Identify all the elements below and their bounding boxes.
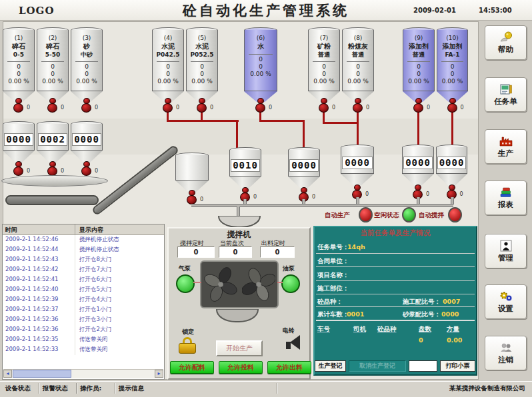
valve-value: 0 — [27, 105, 30, 111]
sidebar-button-logout[interactable]: 注销 — [485, 336, 527, 370]
air-pump-indicator — [176, 274, 195, 293]
users-icon — [498, 341, 514, 354]
powder-scale: 0000 0 — [341, 147, 374, 186]
silo-9: (9)添加剂普通000.00 % 0 — [403, 30, 435, 102]
silo-6-water: (6)水000.00 % 0 — [244, 30, 277, 102]
sidebar-button-label: 注销 — [498, 355, 513, 365]
mix-ratio-value: 0007 — [443, 298, 460, 305]
aggregate-scale-1: 0000 0 — [3, 124, 35, 163]
permit-button[interactable]: 允许出料 — [267, 361, 311, 374]
sidebar-button-reports[interactable]: 报表 — [485, 181, 527, 215]
task-table-header: 车号司机砼品种盘数方量 — [317, 325, 473, 334]
sidebar-button-label: 生产 — [498, 149, 513, 159]
log-time: 2009-2-1 14:52:43 — [3, 255, 75, 265]
sidebar-button-tasklist[interactable]: 任务单 — [485, 77, 527, 112]
oil-pump-indicator — [281, 274, 300, 293]
silo-number: (1) — [15, 35, 23, 42]
log-row[interactable]: 2009-2-1 14:52:35传送带关闭 — [3, 335, 164, 345]
log-row[interactable]: 2009-2-1 14:52:36打开仓3小门 — [3, 315, 164, 325]
permit-button[interactable]: 允许配料 — [170, 361, 214, 374]
valve-indicator — [255, 103, 265, 113]
mix-timer-value: 0 — [177, 246, 215, 258]
mix-ratio-label: 施工配比号： — [403, 298, 441, 306]
idle-status-lamp — [402, 207, 416, 222]
field-underline — [316, 280, 475, 281]
log-col-content: 显示内容 — [75, 224, 164, 234]
log-message: 传送带关闭 — [75, 345, 164, 355]
log-row[interactable]: 2009-2-1 14:52:43打开仓8大门 — [3, 255, 164, 265]
operator-label: 操作员: — [80, 384, 101, 393]
mixer-blade-icon — [242, 266, 275, 303]
log-message: 打开仓7大门 — [75, 265, 164, 275]
print-ticket-button[interactable]: 打印小票 — [440, 360, 475, 372]
log-message: 打开仓5大门 — [75, 285, 164, 295]
weight-display: 0000 — [342, 157, 373, 169]
sidebar-button-help[interactable]: 帮助 — [485, 25, 527, 60]
lamp-label: 自动生产 — [325, 211, 350, 220]
sidebar-button-settings[interactable]: 设置 — [485, 284, 527, 319]
log-row[interactable]: 2009-2-1 14:52:36打开仓2大门 — [3, 325, 164, 335]
log-scrollbar[interactable]: ◂ ▸ — [3, 369, 163, 378]
log-time: 2009-2-1 14:52:35 — [3, 335, 75, 345]
valve-indicator — [353, 103, 363, 113]
log-row[interactable]: 2009-2-1 14:52:40打开仓5大门 — [3, 285, 164, 295]
start-production-button[interactable]: 开始生产 — [216, 340, 263, 356]
silo-value: 0 — [17, 71, 21, 78]
sidebar-button-label: 帮助 — [498, 45, 513, 55]
valve-indicator — [187, 195, 197, 204]
log-message: 打开仓1小门 — [75, 305, 164, 315]
log-message: 打开仓8大门 — [75, 255, 164, 265]
permit-button[interactable]: 允许投料 — [219, 361, 263, 374]
pump-link — [277, 282, 283, 283]
alarm-status-label: 报警状态 — [43, 384, 68, 393]
page-title: 砼自动化生产管理系统 — [183, 1, 349, 20]
tasklist-icon — [498, 83, 514, 96]
valve-indicator — [197, 103, 207, 113]
silo-10: (10)添加剂FA-1000.00 % 0 — [437, 30, 468, 102]
log-time: 2009-2-1 14:52:36 — [3, 315, 75, 325]
pipe-segment — [167, 120, 239, 122]
log-time: 2009-2-1 14:52:44 — [3, 245, 75, 255]
scroll-right-icon[interactable]: ▸ — [155, 370, 163, 378]
statusbar-divider — [76, 383, 77, 394]
cancel-register-button[interactable]: 取消生产登记 — [349, 360, 406, 372]
transfer-hopper: 0 — [175, 155, 209, 193]
sidebar-button-management[interactable]: 管理 — [485, 234, 527, 268]
weight-display: 0000 — [72, 133, 101, 146]
aggregate-scale-2: 0002 0 — [37, 124, 69, 163]
speaker-icon — [290, 335, 300, 350]
padlock-icon[interactable] — [177, 337, 197, 354]
sidebar-button-production[interactable]: 生产 — [485, 129, 527, 164]
valve-indicator — [163, 103, 173, 113]
valve-indicator — [413, 103, 423, 113]
silo-percent: 0.00 % — [8, 78, 29, 85]
sidebar-button-label: 任务单 — [494, 97, 517, 107]
permit-buttons: 允许配料允许投料允许出料 — [170, 361, 311, 374]
log-time: 2009-2-1 14:52:33 — [3, 345, 75, 355]
task-input-field[interactable] — [409, 360, 437, 372]
truck-count-value: 0001 — [347, 310, 364, 318]
silo-7: (7)矿粉普通000.00 % 0 — [308, 30, 340, 102]
hint-label: 提示信息 — [119, 384, 144, 393]
sidebar-button-label: 报表 — [498, 200, 513, 210]
log-row[interactable]: 2009-2-1 14:52:41打开仓6大门 — [3, 275, 164, 285]
sidebar-button-label: 管理 — [498, 253, 513, 263]
company-name: 某某搅拌设备制造有限公司 — [449, 384, 525, 393]
log-time: 2009-2-1 14:52:36 — [3, 325, 75, 335]
task-table-cell — [377, 336, 419, 344]
log-row[interactable]: 2009-2-1 14:52:39打开仓4大门 — [3, 295, 164, 305]
cement-scale: 0010 0 — [229, 150, 261, 189]
log-row[interactable]: 2009-2-1 14:52:33传送带关闭 — [3, 345, 164, 355]
log-row[interactable]: 2009-2-1 14:52:42打开仓7大门 — [3, 265, 164, 275]
log-row[interactable]: 2009-2-1 14:52:37打开仓1小门 — [3, 305, 164, 315]
scroll-thumb[interactable] — [13, 370, 71, 378]
silo-spec: 0-5 — [13, 51, 24, 59]
log-row[interactable]: 2009-2-1 14:52:44搅拌机停止状态 — [3, 245, 164, 255]
production-register-button[interactable]: 生产登记 — [315, 360, 346, 372]
sidebar-button-label: 设置 — [498, 304, 513, 314]
weight-display: 0002 — [38, 133, 67, 146]
log-row[interactable]: 2009-2-1 14:52:46搅拌机停止状态 — [3, 235, 164, 245]
scroll-left-icon[interactable]: ◂ — [3, 370, 12, 378]
silo-material: 碎石 — [12, 42, 25, 51]
field-underline — [316, 266, 475, 267]
